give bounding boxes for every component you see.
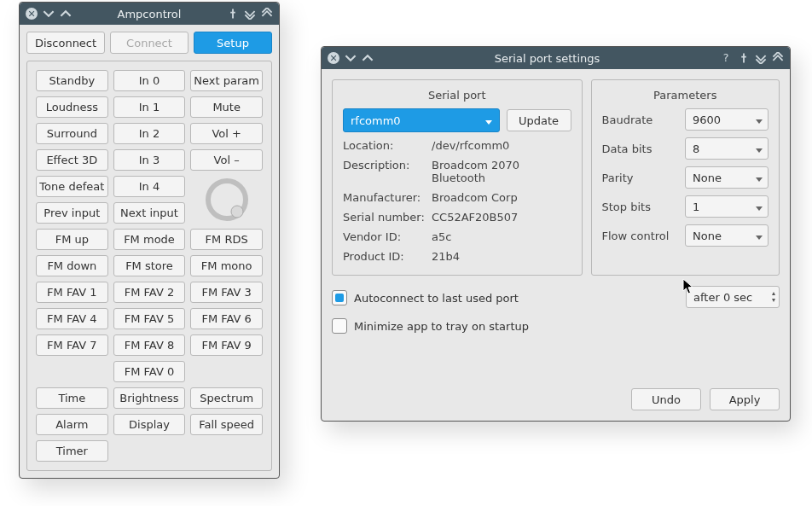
product-id-value: 21b4: [432, 250, 571, 263]
autoconnect-delay-value: after 0 sec: [693, 291, 752, 304]
baudrate-label: Baudrate: [602, 113, 653, 126]
databits-dropdown[interactable]: 8: [685, 137, 768, 160]
chevron-down-icon: [756, 113, 763, 126]
fm-fav-5-button[interactable]: FM FAV 5: [113, 308, 186, 329]
fm-fav-1-button[interactable]: FM FAV 1: [36, 282, 108, 303]
fm-fav-4-button[interactable]: FM FAV 4: [36, 308, 108, 329]
in3-button[interactable]: In 3: [113, 149, 186, 171]
in2-button[interactable]: In 2: [113, 123, 186, 144]
next-input-button[interactable]: Next input: [113, 202, 186, 224]
chevron-down-icon: [756, 230, 763, 242]
port-dropdown-value: rfcomm0: [351, 114, 401, 127]
fm-fav-7-button[interactable]: FM FAV 7: [36, 334, 108, 356]
svg-text:?: ?: [723, 52, 729, 64]
chevron-down-icon: [756, 172, 763, 184]
fm-fav-9-button[interactable]: FM FAV 9: [190, 334, 263, 356]
serial-titlebar[interactable]: ✕ Serial port settings ?: [322, 47, 790, 69]
connect-button[interactable]: Connect: [110, 32, 188, 54]
help-icon[interactable]: ?: [721, 52, 733, 64]
tone-defeat-button[interactable]: Tone defeat: [36, 176, 108, 197]
vol-plus-button[interactable]: Vol +: [190, 123, 263, 144]
description-value: Broadcom 2070 Bluetooth: [432, 159, 571, 184]
vol-minus-button[interactable]: Vol –: [190, 149, 263, 171]
fm-fav-6-button[interactable]: FM FAV 6: [190, 308, 263, 329]
spin-arrows-icon: ▴▾: [772, 290, 775, 304]
prev-input-button[interactable]: Prev input: [36, 202, 108, 224]
effect3d-button[interactable]: Effect 3D: [36, 149, 108, 171]
fm-store-button[interactable]: FM store: [113, 255, 186, 276]
window-title: Ampcontrol: [74, 8, 224, 20]
fall-speed-button[interactable]: Fall speed: [190, 414, 263, 435]
fm-down-button[interactable]: FM down: [36, 255, 108, 276]
fm-mono-button[interactable]: FM mono: [190, 255, 263, 276]
disconnect-button[interactable]: Disconnect: [26, 32, 105, 54]
manufacturer-value: Broadcom Corp: [432, 191, 571, 204]
spectrum-button[interactable]: Spectrum: [190, 387, 263, 409]
chevron-down-icon: [756, 142, 763, 155]
chevron-down-icon: [485, 114, 492, 127]
pin-icon[interactable]: [738, 52, 750, 64]
close-icon[interactable]: ✕: [26, 8, 38, 20]
parity-label: Parity: [602, 172, 634, 184]
port-dropdown[interactable]: rfcomm0: [343, 108, 500, 132]
parity-dropdown[interactable]: None: [685, 166, 768, 189]
autoconnect-checkbox[interactable]: [332, 290, 347, 305]
next-param-button[interactable]: Next param: [190, 70, 263, 91]
minimize-icon[interactable]: [755, 52, 767, 64]
time-button[interactable]: Time: [36, 387, 108, 409]
fm-fav-0-button[interactable]: FM FAV 0: [113, 361, 186, 382]
loudness-button[interactable]: Loudness: [36, 96, 108, 118]
databits-label: Data bits: [602, 142, 652, 155]
surround-button[interactable]: Surround: [36, 123, 108, 144]
vendor-id-value: a5c: [432, 230, 571, 243]
window-title: Serial port settings: [376, 52, 718, 65]
chevron-down-icon[interactable]: [345, 52, 357, 64]
svg-point-1: [231, 206, 243, 218]
setup-button[interactable]: Setup: [194, 32, 272, 54]
fm-fav-3-button[interactable]: FM FAV 3: [190, 282, 263, 303]
manufacturer-label: Manufacturer:: [343, 191, 425, 204]
fm-up-button[interactable]: FM up: [36, 229, 108, 250]
baudrate-value: 9600: [693, 113, 721, 126]
in1-button[interactable]: In 1: [113, 96, 186, 118]
maximize-icon[interactable]: [772, 52, 784, 64]
autoconnect-delay-spinbox[interactable]: after 0 sec ▴▾: [686, 286, 780, 308]
maximize-icon[interactable]: [261, 8, 273, 20]
undo-button[interactable]: Undo: [631, 388, 701, 410]
alarm-button[interactable]: Alarm: [36, 414, 108, 435]
stopbits-dropdown[interactable]: 1: [685, 195, 768, 218]
volume-knob[interactable]: [190, 176, 263, 224]
mute-button[interactable]: Mute: [190, 96, 263, 118]
update-button[interactable]: Update: [507, 109, 571, 131]
location-value: /dev/rfcomm0: [432, 139, 571, 152]
flowcontrol-label: Flow control: [602, 230, 670, 242]
serial-body: Serial port rfcomm0 Update Location: /de…: [322, 69, 790, 421]
chevron-down-icon[interactable]: [43, 8, 55, 20]
databits-value: 8: [693, 142, 699, 155]
minimize-icon[interactable]: [244, 8, 256, 20]
in4-button[interactable]: In 4: [113, 176, 186, 197]
baudrate-dropdown[interactable]: 9600: [685, 108, 768, 131]
in0-button[interactable]: In 0: [113, 70, 186, 91]
flowcontrol-value: None: [693, 230, 722, 242]
fm-fav-2-button[interactable]: FM FAV 2: [113, 282, 186, 303]
chevron-up-icon[interactable]: [60, 8, 72, 20]
close-icon[interactable]: ✕: [328, 52, 339, 64]
standby-button[interactable]: Standby: [36, 70, 108, 91]
autoconnect-label: Autoconnect to last used port: [354, 292, 519, 305]
ampcontrol-titlebar[interactable]: ✕ Ampcontrol: [20, 3, 279, 25]
flowcontrol-dropdown[interactable]: None: [685, 224, 768, 247]
ampcontrol-body: Disconnect Connect Setup Standby In 0 Ne…: [20, 25, 279, 478]
display-button[interactable]: Display: [113, 414, 186, 435]
pin-icon[interactable]: [227, 8, 239, 20]
timer-button[interactable]: Timer: [36, 440, 108, 462]
fm-mode-button[interactable]: FM mode: [113, 229, 186, 250]
chevron-up-icon[interactable]: [362, 52, 374, 64]
stopbits-value: 1: [693, 201, 699, 213]
stopbits-label: Stop bits: [602, 201, 651, 213]
apply-button[interactable]: Apply: [710, 388, 780, 410]
fm-rds-button[interactable]: FM RDS: [190, 229, 263, 250]
brightness-button[interactable]: Brightness: [113, 387, 186, 409]
minimize-tray-checkbox[interactable]: [332, 318, 347, 334]
fm-fav-8-button[interactable]: FM FAV 8: [113, 334, 186, 356]
